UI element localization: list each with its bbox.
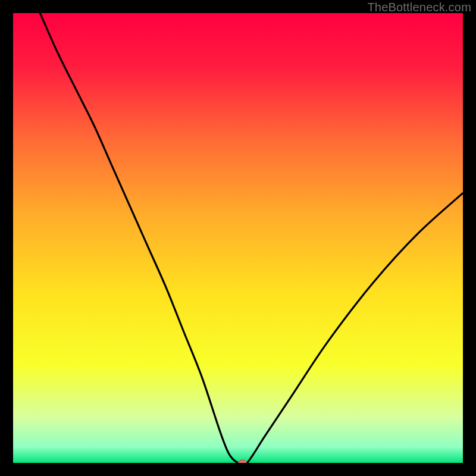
plot-area <box>13 13 463 463</box>
watermark-text: TheBottleneck.com <box>367 1 471 14</box>
chart-svg <box>13 13 463 463</box>
chart-container: TheBottleneck.com <box>0 0 476 476</box>
chart-background <box>13 13 463 463</box>
